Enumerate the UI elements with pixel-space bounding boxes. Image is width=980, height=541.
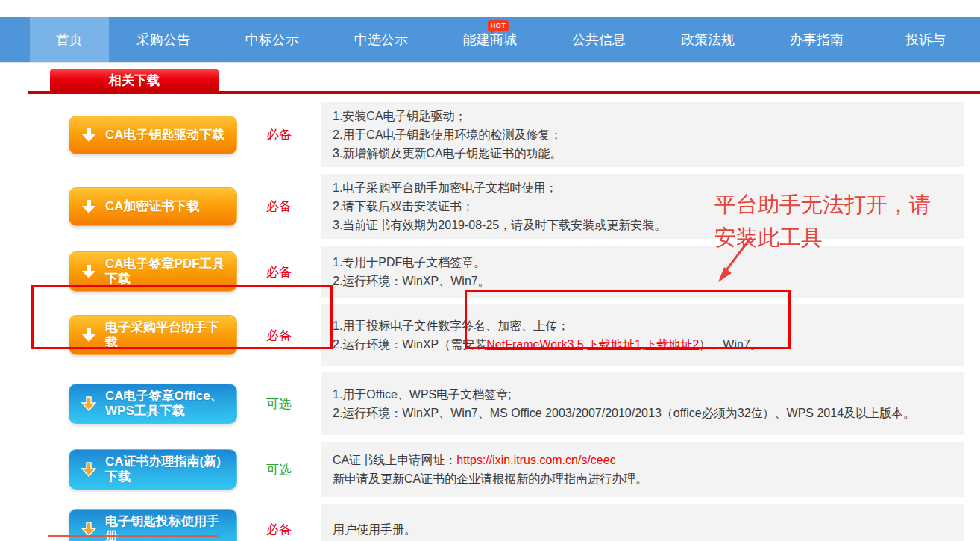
- required-tag: 必备: [237, 327, 321, 344]
- row-ca-key-driver: CA电子钥匙驱动下载 必备 1.安装CA电子钥匙驱动； 2.用于CA电子钥匙使用…: [0, 102, 980, 167]
- annotation-line2: 安装此工具: [714, 221, 931, 254]
- desc-line: 用户使用手册。: [333, 520, 952, 539]
- ca-pdf-tool-download-button[interactable]: CA电子签章PDF工具下载: [69, 251, 237, 292]
- desc-line: 1.安装CA电子钥匙驱动；: [333, 107, 952, 125]
- desc-text: CA证书线上申请网址：: [333, 454, 456, 466]
- button-label: CA证书办理指南(新): [105, 454, 221, 469]
- row-ca-office-wps-tool: CA电子签章Office、WPS工具下载 可选 1.用于Office、WPS电子…: [0, 372, 980, 435]
- download-page: 首页 采购公告 中标公示 中选公示 能建商城 HOT 公共信息 政策法规 办事指…: [0, 0, 980, 541]
- row-description: 1.用于Office、WPS电子文档签章; 2.运行环境：WinXP、Win7、…: [321, 372, 964, 435]
- required-tag: 必备: [237, 521, 321, 538]
- desc-line: 1.用于投标电子文件数字签名、加密、上传；: [333, 316, 952, 335]
- button-label: 电子采购平台助手下载: [105, 320, 219, 349]
- button-label-line2: 下载: [105, 469, 131, 484]
- button-label: CA加密证书下载: [105, 199, 200, 213]
- download-arrow-icon: [80, 263, 98, 281]
- hot-badge: HOT: [488, 20, 509, 31]
- button-label: CA电子签章Office、: [105, 389, 223, 403]
- row-description: 1.用于投标电子文件数字签名、加密、上传； 2.运行环境：WinXP（需安装Ne…: [321, 304, 964, 366]
- main-nav: 首页 采购公告 中标公示 中选公示 能建商城 HOT 公共信息 政策法规 办事指…: [0, 17, 980, 63]
- optional-tag: 可选: [237, 395, 321, 413]
- row-platform-assistant: 电子采购平台助手下载 必备 1.用于投标电子文件数字签名、加密、上传； 2.运行…: [0, 304, 980, 366]
- row-description: 1.安装CA电子钥匙驱动； 2.用于CA电子钥匙使用环境的检测及修复； 3.新增…: [321, 102, 964, 167]
- row-description: CA证书线上申请网址：https://ixin.itrus.com.cn/s/c…: [321, 442, 964, 497]
- nav-item-selection-result[interactable]: 中选公示: [327, 17, 436, 62]
- button-label: CA电子签章PDF工具: [105, 257, 225, 271]
- ca-key-driver-download-button[interactable]: CA电子钥匙驱动下载: [69, 116, 237, 154]
- desc-line: 1.用于Office、WPS电子文档签章;: [333, 385, 952, 404]
- desc-line: 2.运行环境：WinXP（需安装NetFrameWork3.5,下载地址1,下载…: [333, 335, 952, 354]
- section-divider: [28, 91, 980, 94]
- platform-assistant-download-button[interactable]: 电子采购平台助手下载: [69, 315, 237, 355]
- annotation-text: 平台助手无法打开，请 安装此工具: [714, 188, 931, 254]
- nav-item-bid-result[interactable]: 中标公示: [218, 17, 327, 62]
- desc-text: ）、Win7。: [699, 338, 761, 351]
- button-label-line2: WPS工具下载: [105, 404, 185, 418]
- download-arrow-icon: [80, 460, 98, 478]
- desc-line: 2.运行环境：WinXP、Win7。: [333, 272, 952, 290]
- nav-item-complaint[interactable]: 投诉与: [871, 17, 980, 62]
- ca-office-wps-download-button[interactable]: CA电子签章Office、WPS工具下载: [69, 384, 237, 424]
- button-label-line2: 下载: [105, 272, 131, 286]
- ca-cert-guide-download-button[interactable]: CA证书办理指南(新)下载: [69, 449, 237, 490]
- nav-item-policy[interactable]: 政策法规: [653, 17, 762, 62]
- desc-line: 3.新增解锁及更新CA电子钥匙证书的功能。: [333, 144, 952, 163]
- tab-related-downloads[interactable]: 相关下载: [50, 69, 219, 91]
- download-arrow-icon: [80, 395, 98, 413]
- desc-line: CA证书线上申请网址：https://ixin.itrus.com.cn/s/c…: [333, 451, 952, 469]
- download-arrow-icon: [80, 326, 98, 344]
- netframework-download-link-2[interactable]: 下载地址2: [644, 338, 699, 351]
- required-tag: 必备: [237, 198, 321, 215]
- nav-item-procurement-notice[interactable]: 采购公告: [109, 17, 218, 62]
- optional-tag: 可选: [237, 461, 321, 478]
- download-arrow-icon: [80, 126, 98, 144]
- nav-item-mall[interactable]: 能建商城 HOT: [436, 17, 544, 62]
- ca-encrypt-cert-download-button[interactable]: CA加密证书下载: [69, 187, 237, 226]
- nav-item-guide[interactable]: 办事指南: [762, 17, 871, 62]
- nav-item-home[interactable]: 首页: [30, 17, 109, 62]
- nav-item-public-info[interactable]: 公共信息: [544, 17, 653, 62]
- required-tag: 必备: [237, 263, 321, 281]
- netframework-download-link-1[interactable]: NetFrameWork3.5,下载地址1: [486, 338, 641, 351]
- next-section-divider: [48, 535, 218, 537]
- required-tag: 必备: [237, 126, 321, 143]
- download-arrow-icon: [80, 198, 98, 216]
- annotation-line1: 平台助手无法打开，请: [714, 188, 931, 221]
- desc-line: 新申请及更新CA证书的企业请根据新的办理指南进行办理。: [333, 469, 952, 488]
- desc-line: 2.运行环境：WinXP、Win7、MS Office 2003/2007/20…: [333, 404, 952, 422]
- download-list: CA电子钥匙驱动下载 必备 1.安装CA电子钥匙驱动； 2.用于CA电子钥匙使用…: [0, 102, 980, 541]
- button-label: CA电子钥匙驱动下载: [105, 128, 225, 142]
- row-description: 用户使用手册。: [321, 504, 964, 541]
- desc-line: 2.用于CA电子钥匙使用环境的检测及修复；: [333, 125, 952, 144]
- desc-text: 2.运行环境：WinXP（需安装: [333, 338, 486, 351]
- itrus-apply-url-link[interactable]: https://ixin.itrus.com.cn/s/ceec: [456, 454, 615, 466]
- desc-line: 1.专用于PDF电子文档签章。: [333, 253, 952, 272]
- row-ca-cert-guide: CA证书办理指南(新)下载 可选 CA证书线上申请网址：https://ixin…: [0, 442, 980, 497]
